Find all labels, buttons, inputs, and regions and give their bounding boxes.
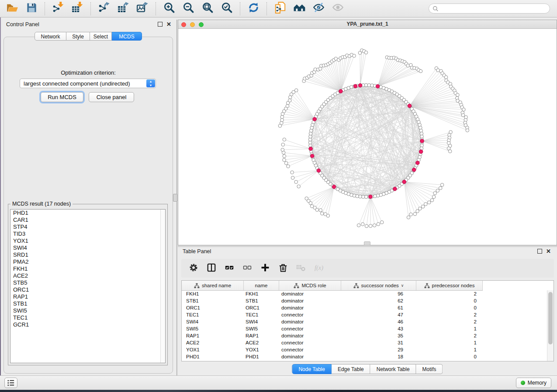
table-cell[interactable]: ACE2 [244, 339, 279, 346]
network-node[interactable] [291, 171, 294, 174]
tab-edge-table[interactable]: Edge Table [332, 364, 370, 374]
new-network-from-selection-button[interactable] [273, 2, 287, 16]
network-node[interactable] [294, 89, 298, 92]
table-cell[interactable]: dominator [279, 304, 341, 311]
mcds-result-item[interactable]: YOX1 [10, 237, 165, 244]
table-cell[interactable]: 2 [416, 332, 483, 339]
zoom-fit-button[interactable] [201, 2, 214, 16]
float-panel-icon[interactable] [158, 22, 163, 27]
table-cell[interactable]: 2 [416, 318, 483, 325]
show-all-button[interactable] [292, 2, 306, 16]
mcds-hub-node[interactable] [393, 187, 397, 191]
table-cell[interactable]: dominator [279, 353, 341, 360]
table-cell[interactable]: 61 [341, 304, 416, 311]
mcds-hub-node[interactable] [332, 185, 336, 189]
network-node[interactable] [291, 176, 294, 180]
import-network-button[interactable] [51, 2, 65, 16]
table-cell[interactable]: TEC1 [182, 311, 244, 318]
network-node[interactable] [305, 197, 308, 200]
network-node[interactable] [427, 201, 431, 204]
import-table-button[interactable] [70, 2, 84, 16]
table-cell[interactable]: RAP1 [182, 332, 244, 339]
mcds-result-item[interactable]: CAR1 [10, 217, 165, 224]
network-node[interactable] [365, 224, 368, 228]
network-node[interactable] [407, 216, 410, 219]
mcds-result-item[interactable]: TEC1 [10, 314, 165, 321]
network-window-titlebar[interactable]: YPA_prune.txt_1 [178, 20, 557, 29]
table-cell[interactable]: 1 [416, 339, 483, 346]
column-header-successor-nodes[interactable]: successor nodes∨ [341, 281, 416, 290]
zoom-in-button[interactable] [162, 2, 176, 16]
show-panels-list-button[interactable] [4, 378, 17, 388]
mcds-result-item[interactable]: SWI5 [10, 307, 165, 314]
network-node[interactable] [440, 183, 444, 187]
run-mcds-button[interactable]: Run MCDS [41, 92, 83, 102]
column-header-name[interactable]: name [244, 281, 279, 290]
delete-columns-button[interactable] [278, 263, 288, 274]
mcds-result-item[interactable]: GCR1 [10, 321, 165, 328]
table-row[interactable]: ACE2ACE2connector311 [182, 339, 547, 346]
deselect-all-rows-button[interactable] [242, 263, 253, 274]
table-cell[interactable]: 18 [341, 353, 416, 360]
network-node[interactable] [310, 205, 314, 208]
mcds-hub-node[interactable] [419, 150, 423, 154]
network-node[interactable] [419, 69, 422, 73]
criterion-dropdown[interactable]: largest connected component (undirected)… [20, 79, 156, 88]
mcds-result-item[interactable]: PHD1 [10, 210, 165, 217]
network-node[interactable] [466, 129, 469, 132]
network-node[interactable] [416, 210, 419, 213]
table-cell[interactable]: TEC1 [244, 311, 279, 318]
table-cell[interactable]: ACE2 [182, 339, 244, 346]
mcds-hub-node[interactable] [420, 139, 424, 143]
network-node[interactable] [357, 224, 360, 227]
mcds-hub-node[interactable] [369, 195, 373, 199]
mcds-hub-node[interactable] [353, 84, 357, 88]
save-session-button[interactable] [24, 2, 38, 16]
mcds-result-item[interactable]: SWI4 [10, 244, 165, 251]
mcds-hub-node[interactable] [408, 104, 412, 108]
network-node[interactable] [361, 223, 364, 226]
network-node[interactable] [281, 148, 284, 151]
export-table-button[interactable] [116, 2, 130, 16]
table-row[interactable]: PHD1PHD1dominator180 [182, 353, 547, 360]
tab-network[interactable]: Network [35, 32, 66, 41]
mcds-result-item[interactable]: TID3 [10, 230, 165, 237]
table-cell[interactable]: 1 [416, 325, 483, 332]
table-cell[interactable]: 0 [416, 304, 483, 311]
network-node[interactable] [286, 104, 289, 108]
tab-node-table[interactable]: Node Table [292, 364, 332, 374]
table-cell[interactable]: ORC1 [182, 304, 244, 311]
tab-mcds[interactable]: MCDS [112, 32, 142, 41]
scrollbar-thumb[interactable] [548, 292, 553, 344]
network-node[interactable] [297, 185, 301, 188]
mcds-result-item[interactable]: SRD1 [10, 251, 165, 258]
table-cell[interactable]: YOX1 [182, 346, 244, 353]
mcds-hub-node[interactable] [313, 117, 317, 121]
network-node[interactable] [280, 118, 284, 122]
table-cell[interactable]: 62 [341, 297, 416, 304]
mcds-result-item[interactable]: ORC1 [10, 286, 165, 293]
mcds-hub-node[interactable] [358, 83, 362, 87]
table-cell[interactable]: dominator [279, 297, 341, 304]
network-node[interactable] [284, 162, 288, 165]
table-row[interactable]: TEC1TEC1connector472 [182, 311, 547, 318]
table-cell[interactable]: 43 [341, 325, 416, 332]
network-node[interactable] [294, 180, 298, 184]
table-row[interactable]: YOX1YOX1connector291 [182, 346, 547, 353]
table-cell[interactable]: 0 [416, 297, 483, 304]
toggle-columns-button[interactable] [206, 263, 217, 274]
network-node[interactable] [280, 115, 284, 119]
mcds-hub-node[interactable] [339, 89, 343, 93]
tab-motifs[interactable]: Motifs [416, 364, 443, 374]
mcds-result-item[interactable]: FKH1 [10, 265, 165, 272]
network-node[interactable] [436, 189, 439, 193]
table-cell[interactable]: PHD1 [244, 353, 279, 360]
mcds-result-item[interactable]: STB5 [10, 279, 165, 286]
column-header-MCDS-role[interactable]: MCDS role [279, 281, 341, 290]
zoom-out-button[interactable] [181, 2, 195, 16]
table-cell[interactable]: SWI4 [244, 318, 279, 325]
table-row[interactable]: FKH1FKH1dominator962 [182, 290, 547, 297]
network-node[interactable] [409, 213, 413, 216]
network-node[interactable] [444, 76, 448, 79]
splitter-handle-icon[interactable] [173, 194, 177, 202]
